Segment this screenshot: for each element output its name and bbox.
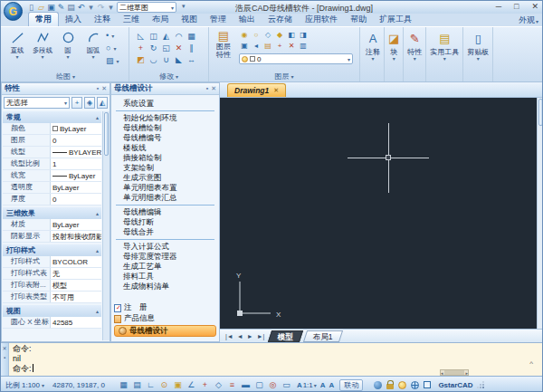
minimize-icon[interactable] <box>496 1 501 13</box>
properties-section-header[interactable]: 打印样式 <box>3 244 101 256</box>
model-tab[interactable]: 模型 <box>268 330 303 342</box>
layer-lock-icon[interactable]: ◆ <box>274 30 285 40</box>
property-value[interactable]: ByLayer <box>50 219 101 230</box>
property-value[interactable]: ByLayer <box>50 123 101 134</box>
collapse-icon[interactable] <box>96 308 99 314</box>
ortho-icon[interactable]: ∟ <box>145 379 157 391</box>
property-value[interactable]: BYLAYER <box>50 147 101 158</box>
scroll-left-icon[interactable]: ◂ <box>441 370 443 376</box>
dynucs-icon[interactable]: ◇ <box>213 379 224 391</box>
appearance-dropdown[interactable]: 外观 <box>519 14 538 26</box>
redo-icon[interactable]: ↷ <box>97 3 105 13</box>
annotation-monitor-icon[interactable]: ▭ <box>281 379 292 391</box>
layer-off-icon[interactable]: ○ <box>251 30 262 40</box>
polar-icon[interactable]: ⊙ <box>158 379 170 391</box>
selection-filter-dropdown[interactable]: 无选择 <box>4 97 70 109</box>
command-window-grip[interactable] <box>1 343 9 376</box>
busbar-menu-item[interactable]: 插接箱绘制 <box>111 153 219 163</box>
maximize-icon[interactable] <box>514 1 519 13</box>
annotate-panel-button[interactable]: A注释 <box>362 27 385 81</box>
close-icon[interactable] <box>531 1 538 13</box>
isolate-objects-icon[interactable] <box>398 381 406 389</box>
block-panel-button[interactable]: ◪块 <box>385 27 404 81</box>
point-icon[interactable]: • <box>106 32 119 41</box>
properties-scrollbar[interactable] <box>102 111 110 340</box>
busbar-menu-item[interactable]: 初始化绘制环境 <box>111 113 219 123</box>
layer-new-icon[interactable]: + <box>274 41 285 51</box>
quick-select-icon[interactable]: ◈ <box>84 97 95 109</box>
property-value[interactable]: 模型 <box>50 280 101 291</box>
scale-icon[interactable]: ◱ <box>160 43 172 53</box>
layer-isolate-icon[interactable]: ◧ <box>286 30 297 40</box>
open-file-icon[interactable]: ▱ <box>37 3 45 13</box>
osnap-icon[interactable]: ▣ <box>172 379 184 391</box>
linkage-button[interactable]: 联动 <box>339 379 363 391</box>
rotate-icon[interactable]: ↻ <box>148 43 159 53</box>
gstarcad-brand[interactable]: GstarCAD <box>438 381 472 389</box>
move-icon[interactable]: + <box>135 43 147 53</box>
layer-freeze-icon[interactable]: ◇ <box>262 30 273 40</box>
property-value[interactable]: ByLayer <box>50 170 101 181</box>
layer-properties-button[interactable]: 图层特性 <box>211 29 236 69</box>
explode-icon[interactable]: ◩ <box>135 54 147 65</box>
otrack-icon[interactable]: ∠ <box>186 379 197 391</box>
osnap3d-icon[interactable]: + <box>199 379 211 391</box>
annotation-scale-dropdown[interactable]: A 1:1 <box>297 381 317 389</box>
scale-dropdown[interactable]: 比例 1:100 <box>5 380 44 390</box>
busbar-menu-item[interactable]: 系统设置 <box>111 99 219 109</box>
ribbon-tab-视图[interactable]: 视图 <box>175 13 204 26</box>
busbar-menu-item[interactable]: 支架绘制 <box>111 163 219 173</box>
document-tab[interactable]: Drawing1 <box>227 83 286 97</box>
redo-dropdown-icon[interactable]: ▾ <box>107 3 115 13</box>
property-value[interactable]: ByLayer <box>50 182 101 193</box>
gstarcad-logo-icon[interactable] <box>4 2 23 21</box>
layer-dropdown[interactable]: 0 <box>239 53 353 64</box>
annotation-visibility-icon[interactable]: A <box>320 381 326 389</box>
busbar-menu-item[interactable]: 母排宽度管理器 <box>111 252 219 262</box>
collapse-icon[interactable] <box>96 114 99 120</box>
collapse-icon[interactable] <box>96 247 99 253</box>
print-icon[interactable]: ▤ <box>67 3 75 13</box>
busbar-menu-item[interactable]: 生成工艺单 <box>111 262 219 272</box>
join-icon[interactable]: ∪ <box>160 54 172 65</box>
previous-layout-icon[interactable] <box>237 333 243 339</box>
layer-state-icon[interactable]: ▤ <box>262 41 273 51</box>
scrollbar-thumb[interactable] <box>538 99 543 126</box>
mirror-icon[interactable]: ◭ <box>160 31 172 42</box>
property-value[interactable]: 不可用 <box>50 292 101 302</box>
property-value[interactable]: BYCOLOR <box>50 256 101 267</box>
layer-delete-icon[interactable]: ✕ <box>286 41 297 51</box>
product-info-item[interactable]: 产品信息 <box>111 313 219 324</box>
register-item[interactable]: 注 册 <box>111 302 219 313</box>
chamfer-icon[interactable]: ◣ <box>173 54 185 65</box>
lineweight-icon[interactable]: ▬ <box>240 379 252 391</box>
ellipse-icon[interactable]: ○ <box>106 44 119 53</box>
undo-icon[interactable]: ↶ <box>77 3 85 13</box>
property-value[interactable]: 0 <box>50 135 101 146</box>
erase-icon[interactable]: ◺ <box>135 31 147 42</box>
scrollbar-thumb[interactable] <box>444 370 465 375</box>
select-objects-icon[interactable]: ◭ <box>97 97 108 109</box>
ribbon-tab-常用[interactable]: 常用 <box>28 12 59 26</box>
palette-close-icon[interactable] <box>211 85 216 92</box>
new-file-icon[interactable]: ▯ <box>27 3 35 13</box>
busbar-menu-item[interactable]: 单元明细表布置 <box>111 183 219 193</box>
collapse-icon[interactable] <box>96 210 99 216</box>
busbar-menu-item[interactable]: 生成示意图 <box>111 173 219 183</box>
draw-tool-line[interactable]: 直线 <box>5 29 30 60</box>
resize-grip[interactable] <box>477 381 485 389</box>
property-value[interactable]: 投射和接收阴影 <box>50 231 101 242</box>
autohide-pin-icon[interactable] <box>206 85 208 92</box>
layout1-tab[interactable]: 布局1 <box>303 330 343 342</box>
palette-close-icon[interactable] <box>101 85 107 92</box>
lock-ui-icon[interactable] <box>386 384 394 389</box>
busbar-menu-item[interactable]: 母线槽绘制 <box>111 123 219 133</box>
property-value[interactable]: 0 <box>50 194 101 205</box>
scrollbar-thumb[interactable] <box>104 112 109 156</box>
ribbon-tab-布局[interactable]: 布局 <box>146 13 175 26</box>
property-value[interactable]: 42585 <box>50 317 101 328</box>
save-icon[interactable]: ▣ <box>47 3 55 13</box>
busbar-menu-item[interactable]: 母线槽编辑 <box>111 207 219 217</box>
busbar-menu-item[interactable]: 排料工具 <box>111 272 219 282</box>
canvas-scrollbar[interactable] <box>537 98 543 329</box>
